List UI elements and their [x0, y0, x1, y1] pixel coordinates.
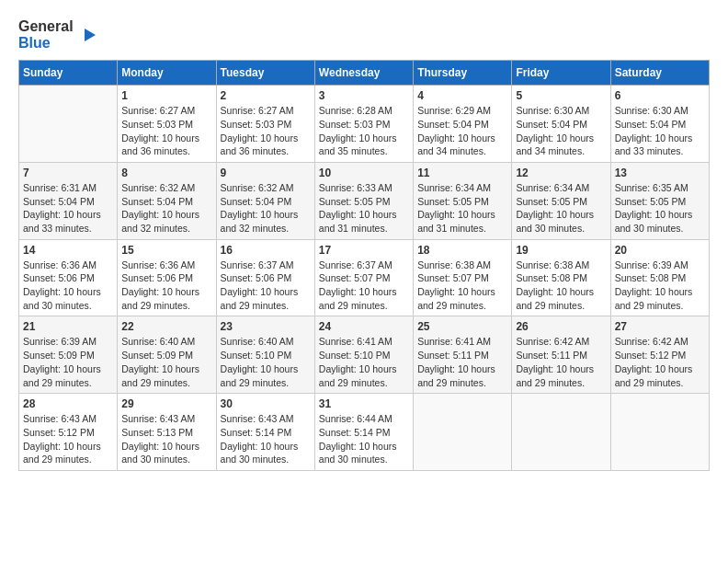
logo: General Blue [18, 18, 97, 51]
calendar-cell: 8Sunrise: 6:32 AM Sunset: 5:04 PM Daylig… [118, 162, 216, 239]
cell-info: Sunrise: 6:43 AM Sunset: 5:14 PM Dayligh… [221, 412, 311, 466]
calendar-cell: 27Sunrise: 6:42 AM Sunset: 5:12 PM Dayli… [610, 316, 709, 394]
cell-info: Sunrise: 6:39 AM Sunset: 5:09 PM Dayligh… [23, 335, 113, 389]
cell-info: Sunrise: 6:34 AM Sunset: 5:05 PM Dayligh… [516, 181, 606, 236]
calendar-cell: 10Sunrise: 6:33 AM Sunset: 5:05 PM Dayli… [314, 162, 413, 239]
day-number: 26 [516, 320, 606, 333]
cell-info: Sunrise: 6:44 AM Sunset: 5:14 PM Dayligh… [319, 412, 409, 466]
cell-info: Sunrise: 6:37 AM Sunset: 5:06 PM Dayligh… [221, 259, 311, 313]
calendar-cell [610, 394, 709, 471]
day-number: 1 [121, 89, 211, 102]
day-number: 20 [615, 244, 705, 257]
calendar-cell: 11Sunrise: 6:34 AM Sunset: 5:05 PM Dayli… [414, 162, 512, 239]
day-number: 30 [221, 397, 311, 410]
day-number: 28 [23, 397, 113, 410]
day-number: 14 [23, 244, 113, 257]
day-number: 11 [417, 167, 507, 179]
cell-info: Sunrise: 6:43 AM Sunset: 5:13 PM Dayligh… [121, 412, 211, 466]
calendar-cell: 17Sunrise: 6:37 AM Sunset: 5:07 PM Dayli… [314, 239, 413, 316]
day-number: 4 [417, 89, 507, 102]
calendar-cell: 12Sunrise: 6:34 AM Sunset: 5:05 PM Dayli… [512, 162, 610, 239]
calendar-cell: 28Sunrise: 6:43 AM Sunset: 5:12 PM Dayli… [19, 394, 118, 471]
calendar-cell: 31Sunrise: 6:44 AM Sunset: 5:14 PM Dayli… [314, 394, 413, 471]
calendar-cell [414, 394, 512, 471]
calendar-cell: 19Sunrise: 6:38 AM Sunset: 5:08 PM Dayli… [512, 239, 610, 316]
day-number: 5 [516, 89, 606, 102]
cell-info: Sunrise: 6:39 AM Sunset: 5:08 PM Dayligh… [615, 259, 705, 313]
cell-info: Sunrise: 6:36 AM Sunset: 5:06 PM Dayligh… [121, 259, 211, 313]
calendar-cell: 25Sunrise: 6:41 AM Sunset: 5:11 PM Dayli… [414, 316, 512, 394]
cell-info: Sunrise: 6:37 AM Sunset: 5:07 PM Dayligh… [319, 259, 409, 313]
day-number: 7 [23, 167, 113, 179]
cell-info: Sunrise: 6:32 AM Sunset: 5:04 PM Dayligh… [121, 181, 211, 236]
day-number: 16 [221, 244, 311, 257]
calendar-cell: 9Sunrise: 6:32 AM Sunset: 5:04 PM Daylig… [216, 162, 314, 239]
cell-info: Sunrise: 6:41 AM Sunset: 5:10 PM Dayligh… [319, 335, 409, 389]
calendar-cell [512, 394, 610, 471]
calendar-cell: 15Sunrise: 6:36 AM Sunset: 5:06 PM Dayli… [118, 239, 216, 316]
cell-info: Sunrise: 6:31 AM Sunset: 5:04 PM Dayligh… [23, 181, 113, 236]
calendar-cell: 4Sunrise: 6:29 AM Sunset: 5:04 PM Daylig… [414, 86, 512, 163]
cell-info: Sunrise: 6:28 AM Sunset: 5:03 PM Dayligh… [319, 104, 409, 158]
calendar-cell: 29Sunrise: 6:43 AM Sunset: 5:13 PM Dayli… [118, 394, 216, 471]
day-number: 29 [121, 397, 211, 410]
cell-info: Sunrise: 6:43 AM Sunset: 5:12 PM Dayligh… [23, 412, 113, 466]
day-number: 17 [319, 244, 409, 257]
cell-info: Sunrise: 6:42 AM Sunset: 5:12 PM Dayligh… [615, 335, 705, 389]
cell-info: Sunrise: 6:42 AM Sunset: 5:11 PM Dayligh… [516, 335, 606, 389]
day-number: 8 [121, 167, 211, 179]
cell-info: Sunrise: 6:33 AM Sunset: 5:05 PM Dayligh… [319, 181, 409, 236]
day-number: 25 [417, 320, 507, 333]
calendar-cell: 24Sunrise: 6:41 AM Sunset: 5:10 PM Dayli… [314, 316, 413, 394]
cell-info: Sunrise: 6:40 AM Sunset: 5:10 PM Dayligh… [221, 335, 311, 389]
col-header-friday: Friday [512, 61, 610, 86]
cell-info: Sunrise: 6:41 AM Sunset: 5:11 PM Dayligh… [417, 335, 507, 389]
cell-info: Sunrise: 6:34 AM Sunset: 5:05 PM Dayligh… [417, 181, 507, 236]
calendar-cell: 26Sunrise: 6:42 AM Sunset: 5:11 PM Dayli… [512, 316, 610, 394]
calendar-cell: 6Sunrise: 6:30 AM Sunset: 5:04 PM Daylig… [610, 86, 709, 163]
calendar-cell: 22Sunrise: 6:40 AM Sunset: 5:09 PM Dayli… [118, 316, 216, 394]
day-number: 18 [417, 244, 507, 257]
logo-blue: Blue [18, 35, 51, 51]
calendar-cell: 7Sunrise: 6:31 AM Sunset: 5:04 PM Daylig… [19, 162, 118, 239]
calendar-cell: 23Sunrise: 6:40 AM Sunset: 5:10 PM Dayli… [216, 316, 314, 394]
calendar-cell: 1Sunrise: 6:27 AM Sunset: 5:03 PM Daylig… [118, 86, 216, 163]
calendar-cell: 14Sunrise: 6:36 AM Sunset: 5:06 PM Dayli… [19, 239, 118, 316]
day-number: 21 [23, 320, 113, 333]
logo-wordmark: General Blue [18, 18, 74, 51]
calendar-cell [19, 86, 118, 163]
calendar-cell: 2Sunrise: 6:27 AM Sunset: 5:03 PM Daylig… [216, 86, 314, 163]
cell-info: Sunrise: 6:35 AM Sunset: 5:05 PM Dayligh… [615, 181, 705, 236]
cell-info: Sunrise: 6:30 AM Sunset: 5:04 PM Dayligh… [615, 104, 705, 158]
cell-info: Sunrise: 6:32 AM Sunset: 5:04 PM Dayligh… [221, 181, 311, 236]
col-header-thursday: Thursday [414, 61, 512, 86]
cell-info: Sunrise: 6:27 AM Sunset: 5:03 PM Dayligh… [221, 104, 311, 158]
logo-general: General [18, 18, 74, 34]
col-header-saturday: Saturday [610, 61, 709, 86]
day-number: 27 [615, 320, 705, 333]
calendar-table: SundayMondayTuesdayWednesdayThursdayFrid… [18, 60, 710, 471]
day-number: 12 [516, 167, 606, 179]
page-header: General Blue [18, 18, 710, 51]
cell-info: Sunrise: 6:30 AM Sunset: 5:04 PM Dayligh… [516, 104, 606, 158]
day-number: 22 [121, 320, 211, 333]
calendar-cell: 21Sunrise: 6:39 AM Sunset: 5:09 PM Dayli… [19, 316, 118, 394]
logo-arrow-icon [77, 25, 97, 45]
day-number: 9 [221, 167, 311, 179]
day-number: 24 [319, 320, 409, 333]
cell-info: Sunrise: 6:40 AM Sunset: 5:09 PM Dayligh… [121, 335, 211, 389]
cell-info: Sunrise: 6:29 AM Sunset: 5:04 PM Dayligh… [417, 104, 507, 158]
col-header-sunday: Sunday [19, 61, 118, 86]
day-number: 23 [221, 320, 311, 333]
cell-info: Sunrise: 6:38 AM Sunset: 5:08 PM Dayligh… [516, 259, 606, 313]
day-number: 2 [221, 89, 311, 102]
cell-info: Sunrise: 6:27 AM Sunset: 5:03 PM Dayligh… [121, 104, 211, 158]
calendar-cell: 30Sunrise: 6:43 AM Sunset: 5:14 PM Dayli… [216, 394, 314, 471]
day-number: 31 [319, 397, 409, 410]
col-header-monday: Monday [118, 61, 216, 86]
day-number: 3 [319, 89, 409, 102]
calendar-cell: 13Sunrise: 6:35 AM Sunset: 5:05 PM Dayli… [610, 162, 709, 239]
calendar-cell: 5Sunrise: 6:30 AM Sunset: 5:04 PM Daylig… [512, 86, 610, 163]
day-number: 15 [121, 244, 211, 257]
day-number: 6 [615, 89, 705, 102]
